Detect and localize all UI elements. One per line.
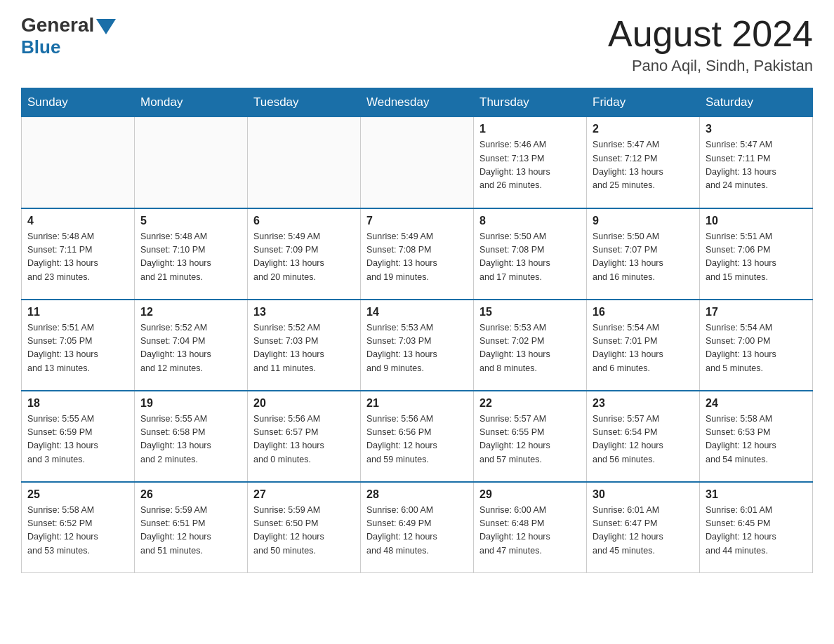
day-number: 14	[366, 306, 468, 318]
day-info: Sunrise: 5:50 AM Sunset: 7:08 PM Dayligh…	[479, 230, 581, 285]
weekday-header-wednesday: Wednesday	[361, 88, 474, 117]
weekday-header-row: SundayMondayTuesdayWednesdayThursdayFrid…	[22, 88, 813, 117]
calendar-cell: 26Sunrise: 5:59 AM Sunset: 6:51 PM Dayli…	[135, 482, 248, 573]
location-subtitle: Pano Aqil, Sindh, Pakistan	[608, 57, 813, 75]
calendar-cell: 30Sunrise: 6:01 AM Sunset: 6:47 PM Dayli…	[587, 482, 700, 573]
day-number: 30	[593, 488, 694, 501]
calendar-cell: 31Sunrise: 6:01 AM Sunset: 6:45 PM Dayli…	[700, 482, 813, 573]
day-number: 2	[593, 123, 694, 135]
calendar-cell: 3Sunrise: 5:47 AM Sunset: 7:11 PM Daylig…	[700, 117, 813, 208]
day-info: Sunrise: 5:55 AM Sunset: 6:59 PM Dayligh…	[27, 412, 128, 467]
day-number: 11	[27, 306, 128, 318]
day-number: 19	[140, 397, 241, 410]
day-info: Sunrise: 6:00 AM Sunset: 6:48 PM Dayligh…	[479, 504, 581, 558]
calendar-cell: 6Sunrise: 5:49 AM Sunset: 7:09 PM Daylig…	[248, 208, 361, 300]
calendar-cell: 20Sunrise: 5:56 AM Sunset: 6:57 PM Dayli…	[248, 391, 361, 482]
day-info: Sunrise: 5:56 AM Sunset: 6:57 PM Dayligh…	[253, 412, 355, 467]
week-row-2: 4Sunrise: 5:48 AM Sunset: 7:11 PM Daylig…	[22, 208, 813, 300]
page-header: General Blue August 2024 Pano Aqil, Sind…	[21, 14, 813, 75]
day-info: Sunrise: 5:50 AM Sunset: 7:07 PM Dayligh…	[593, 230, 694, 285]
day-number: 17	[706, 306, 807, 318]
calendar-cell: 28Sunrise: 6:00 AM Sunset: 6:49 PM Dayli…	[361, 482, 474, 573]
logo-triangle-icon	[96, 19, 116, 34]
weekday-header-saturday: Saturday	[700, 88, 813, 117]
logo-blue-text: Blue	[21, 36, 60, 58]
day-number: 5	[140, 215, 241, 227]
day-info: Sunrise: 5:58 AM Sunset: 6:53 PM Dayligh…	[706, 412, 807, 467]
day-number: 22	[479, 397, 581, 410]
calendar-cell: 7Sunrise: 5:49 AM Sunset: 7:08 PM Daylig…	[361, 208, 474, 300]
day-info: Sunrise: 5:47 AM Sunset: 7:12 PM Dayligh…	[593, 138, 694, 193]
day-number: 24	[706, 397, 807, 410]
day-number: 7	[366, 215, 468, 227]
day-info: Sunrise: 5:49 AM Sunset: 7:09 PM Dayligh…	[253, 230, 355, 285]
week-row-1: 1Sunrise: 5:46 AM Sunset: 7:13 PM Daylig…	[22, 117, 813, 208]
day-info: Sunrise: 5:59 AM Sunset: 6:51 PM Dayligh…	[140, 504, 241, 558]
logo-general-text: General	[21, 14, 94, 36]
day-info: Sunrise: 5:56 AM Sunset: 6:56 PM Dayligh…	[366, 412, 468, 467]
calendar-table: SundayMondayTuesdayWednesdayThursdayFrid…	[21, 88, 813, 573]
day-info: Sunrise: 5:53 AM Sunset: 7:02 PM Dayligh…	[479, 321, 581, 376]
calendar-cell: 24Sunrise: 5:58 AM Sunset: 6:53 PM Dayli…	[700, 391, 813, 482]
calendar-cell: 17Sunrise: 5:54 AM Sunset: 7:00 PM Dayli…	[700, 300, 813, 391]
calendar-cell: 5Sunrise: 5:48 AM Sunset: 7:10 PM Daylig…	[135, 208, 248, 300]
week-row-3: 11Sunrise: 5:51 AM Sunset: 7:05 PM Dayli…	[22, 300, 813, 391]
day-info: Sunrise: 5:49 AM Sunset: 7:08 PM Dayligh…	[366, 230, 468, 285]
day-info: Sunrise: 6:01 AM Sunset: 6:47 PM Dayligh…	[593, 504, 694, 558]
calendar-cell: 14Sunrise: 5:53 AM Sunset: 7:03 PM Dayli…	[361, 300, 474, 391]
calendar-cell: 2Sunrise: 5:47 AM Sunset: 7:12 PM Daylig…	[587, 117, 700, 208]
calendar-cell	[361, 117, 474, 208]
calendar-cell: 18Sunrise: 5:55 AM Sunset: 6:59 PM Dayli…	[22, 391, 135, 482]
day-number: 26	[140, 488, 241, 501]
calendar-cell: 21Sunrise: 5:56 AM Sunset: 6:56 PM Dayli…	[361, 391, 474, 482]
day-info: Sunrise: 5:46 AM Sunset: 7:13 PM Dayligh…	[479, 138, 581, 193]
day-number: 29	[479, 488, 581, 501]
day-info: Sunrise: 5:54 AM Sunset: 7:00 PM Dayligh…	[706, 321, 807, 376]
day-info: Sunrise: 5:53 AM Sunset: 7:03 PM Dayligh…	[366, 321, 468, 376]
day-number: 27	[253, 488, 355, 501]
logo: General Blue	[21, 14, 116, 58]
weekday-header-friday: Friday	[587, 88, 700, 117]
calendar-cell: 23Sunrise: 5:57 AM Sunset: 6:54 PM Dayli…	[587, 391, 700, 482]
title-area: August 2024 Pano Aqil, Sindh, Pakistan	[608, 14, 813, 75]
month-year-title: August 2024	[608, 14, 813, 54]
day-number: 15	[479, 306, 581, 318]
calendar-cell: 25Sunrise: 5:58 AM Sunset: 6:52 PM Dayli…	[22, 482, 135, 573]
day-info: Sunrise: 5:48 AM Sunset: 7:11 PM Dayligh…	[27, 230, 128, 285]
day-number: 6	[253, 215, 355, 227]
calendar-cell	[248, 117, 361, 208]
day-number: 28	[366, 488, 468, 501]
day-number: 20	[253, 397, 355, 410]
day-info: Sunrise: 5:58 AM Sunset: 6:52 PM Dayligh…	[27, 504, 128, 558]
calendar-cell: 9Sunrise: 5:50 AM Sunset: 7:07 PM Daylig…	[587, 208, 700, 300]
calendar-cell: 10Sunrise: 5:51 AM Sunset: 7:06 PM Dayli…	[700, 208, 813, 300]
calendar-cell: 8Sunrise: 5:50 AM Sunset: 7:08 PM Daylig…	[474, 208, 587, 300]
day-info: Sunrise: 6:00 AM Sunset: 6:49 PM Dayligh…	[366, 504, 468, 558]
day-info: Sunrise: 6:01 AM Sunset: 6:45 PM Dayligh…	[706, 504, 807, 558]
calendar-cell: 19Sunrise: 5:55 AM Sunset: 6:58 PM Dayli…	[135, 391, 248, 482]
calendar-cell: 16Sunrise: 5:54 AM Sunset: 7:01 PM Dayli…	[587, 300, 700, 391]
calendar-cell: 27Sunrise: 5:59 AM Sunset: 6:50 PM Dayli…	[248, 482, 361, 573]
day-number: 8	[479, 215, 581, 227]
day-number: 31	[706, 488, 807, 501]
calendar-cell: 1Sunrise: 5:46 AM Sunset: 7:13 PM Daylig…	[474, 117, 587, 208]
day-info: Sunrise: 5:57 AM Sunset: 6:55 PM Dayligh…	[479, 412, 581, 467]
day-number: 25	[27, 488, 128, 501]
weekday-header-sunday: Sunday	[22, 88, 135, 117]
day-number: 13	[253, 306, 355, 318]
day-info: Sunrise: 5:51 AM Sunset: 7:05 PM Dayligh…	[27, 321, 128, 376]
day-info: Sunrise: 5:51 AM Sunset: 7:06 PM Dayligh…	[706, 230, 807, 285]
day-info: Sunrise: 5:48 AM Sunset: 7:10 PM Dayligh…	[140, 230, 241, 285]
day-number: 23	[593, 397, 694, 410]
day-info: Sunrise: 5:55 AM Sunset: 6:58 PM Dayligh…	[140, 412, 241, 467]
calendar-cell: 11Sunrise: 5:51 AM Sunset: 7:05 PM Dayli…	[22, 300, 135, 391]
day-info: Sunrise: 5:57 AM Sunset: 6:54 PM Dayligh…	[593, 412, 694, 467]
day-number: 16	[593, 306, 694, 318]
week-row-5: 25Sunrise: 5:58 AM Sunset: 6:52 PM Dayli…	[22, 482, 813, 573]
calendar-cell: 29Sunrise: 6:00 AM Sunset: 6:48 PM Dayli…	[474, 482, 587, 573]
calendar-cell: 4Sunrise: 5:48 AM Sunset: 7:11 PM Daylig…	[22, 208, 135, 300]
calendar-cell: 13Sunrise: 5:52 AM Sunset: 7:03 PM Dayli…	[248, 300, 361, 391]
weekday-header-thursday: Thursday	[474, 88, 587, 117]
day-number: 9	[593, 215, 694, 227]
weekday-header-tuesday: Tuesday	[248, 88, 361, 117]
